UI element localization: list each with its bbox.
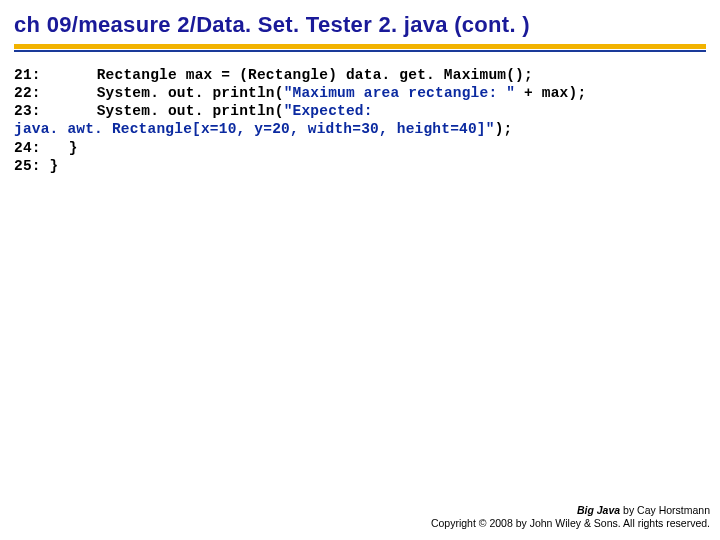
line-number: 25: — [14, 158, 41, 174]
code-text: } — [69, 140, 78, 156]
string-literal: "Expected: — [284, 103, 373, 119]
code-line-21: 21:Rectangle max = (Rectangle) data. get… — [14, 66, 706, 84]
code-text: System. out. println( — [97, 85, 284, 101]
code-line-22: 22:System. out. println("Maximum area re… — [14, 84, 706, 102]
footer-line-2: Copyright © 2008 by John Wiley & Sons. A… — [431, 517, 710, 530]
footer-text: by Cay Horstmann — [620, 504, 710, 516]
code-text: Rectangle max = (Rectangle) data. get. M… — [97, 67, 533, 83]
divider-yellow — [14, 44, 706, 49]
page-title: ch 09/measure 2/Data. Set. Tester 2. jav… — [14, 12, 706, 44]
code-text: + max); — [515, 85, 586, 101]
line-number: 21: — [14, 67, 41, 83]
code-text: } — [41, 158, 59, 174]
code-line-24: 24:} — [14, 139, 706, 157]
string-literal: "Maximum area rectangle: " — [284, 85, 515, 101]
code-line-23-wrap: java. awt. Rectangle[x=10, y=20, width=3… — [14, 120, 706, 138]
code-text: ); — [495, 121, 513, 137]
title-block: ch 09/measure 2/Data. Set. Tester 2. jav… — [14, 12, 706, 52]
divider-blue — [14, 50, 706, 52]
code-text: System. out. println( — [97, 103, 284, 119]
footer: Big Java by Cay Horstmann Copyright © 20… — [431, 504, 710, 530]
book-title: Big Java — [577, 504, 620, 516]
code-line-23: 23:System. out. println("Expected: — [14, 102, 706, 120]
footer-line-1: Big Java by Cay Horstmann — [431, 504, 710, 517]
slide: ch 09/measure 2/Data. Set. Tester 2. jav… — [0, 0, 720, 540]
code-line-25: 25: } — [14, 157, 706, 175]
code-block: 21:Rectangle max = (Rectangle) data. get… — [14, 66, 706, 175]
line-number: 22: — [14, 85, 41, 101]
string-literal: java. awt. Rectangle[x=10, y=20, width=3… — [14, 121, 495, 137]
line-number: 24: — [14, 140, 41, 156]
line-number: 23: — [14, 103, 41, 119]
